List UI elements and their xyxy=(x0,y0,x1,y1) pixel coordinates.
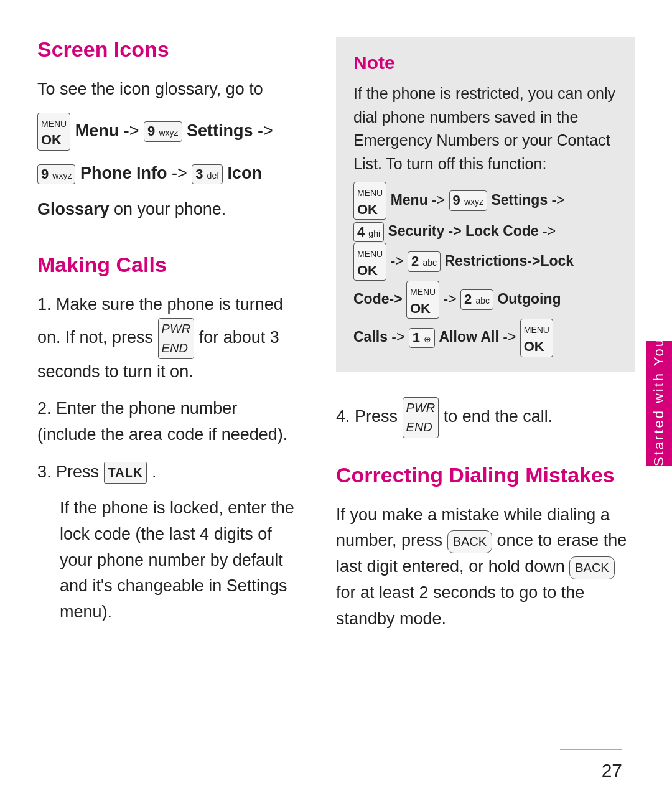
right-column: Note If the phone is restricted, you can… xyxy=(324,37,635,769)
making-calls-title: Making Calls xyxy=(37,253,299,277)
lock-note: If the phone is locked, enter the lock c… xyxy=(60,495,299,626)
note-nav: MENUOK Menu -> 9 wxyz Settings -> 4 ghi … xyxy=(353,182,617,357)
list-item: 3. Press TALK . If the phone is locked, … xyxy=(37,459,299,626)
note-ok-key: MENUOK xyxy=(406,281,439,319)
correcting-section: Correcting Dialing Mistakes If you make … xyxy=(336,463,635,632)
note-settings-key: 9 wxyz xyxy=(449,190,487,211)
screen-icons-nav3: Glossary on your phone. xyxy=(37,197,299,223)
pwr-end-btn-1: PWREND xyxy=(158,318,195,359)
sidebar-tab: Getting Started with Your Phone xyxy=(646,341,672,466)
note-outgoing-key: 2 abc xyxy=(460,289,493,310)
correcting-text: If you make a mistake while dialing a nu… xyxy=(336,502,635,632)
note-title: Note xyxy=(353,52,617,73)
note-final-ok-key: MENUOK xyxy=(520,319,553,357)
sidebar-tab-label: Getting Started with Your Phone xyxy=(651,276,667,529)
icon-key: 3 def xyxy=(192,164,223,185)
note-restrictions-key: 2 abc xyxy=(408,251,441,272)
screen-icons-intro: To see the icon glossary, go to xyxy=(37,77,299,103)
note-menu-key2: MENUOK xyxy=(353,243,386,281)
menu-ok-key-1: MENUOK xyxy=(37,113,70,151)
note-1-key: 1 ⊕ xyxy=(409,328,435,349)
note-text: If the phone is restricted, you can only… xyxy=(353,82,617,176)
back-btn-1: BACK xyxy=(447,530,492,553)
page-container: Screen Icons To see the icon glossary, g… xyxy=(0,0,672,806)
talk-btn: TALK xyxy=(104,462,147,484)
note-box: Note If the phone is restricted, you can… xyxy=(336,37,635,372)
page-divider xyxy=(560,749,622,750)
screen-icons-title: Screen Icons xyxy=(37,37,299,62)
correcting-title: Correcting Dialing Mistakes xyxy=(336,463,635,487)
pwr-end-btn-2: PWREND xyxy=(403,397,439,438)
back-btn-2: BACK xyxy=(569,556,614,579)
list-item: 2. Enter the phone number (include the a… xyxy=(37,396,299,448)
note-security-key: 4 ghi xyxy=(353,222,384,243)
note-menu-key: MENUOK xyxy=(353,182,386,220)
making-calls-list: 1. Make sure the phone is turned on. If … xyxy=(37,292,299,626)
settings-key-1: 9 wxyz xyxy=(144,121,182,142)
list-item: 1. Make sure the phone is turned on. If … xyxy=(37,292,299,385)
making-calls-section: Making Calls 1. Make sure the phone is t… xyxy=(37,253,299,626)
phone-info-key: 9 wxyz xyxy=(37,164,75,185)
screen-icons-nav1: MENUOK Menu -> 9 wxyz Settings -> xyxy=(37,113,299,151)
main-content: Screen Icons To see the icon glossary, g… xyxy=(37,37,635,769)
screen-icons-nav2: 9 wxyz Phone Info -> 3 def Icon xyxy=(37,161,299,187)
left-column: Screen Icons To see the icon glossary, g… xyxy=(37,37,324,769)
press-end-text: 4. Press PWREND to end the call. xyxy=(336,397,635,438)
screen-icons-section: Screen Icons To see the icon glossary, g… xyxy=(37,37,299,223)
page-number: 27 xyxy=(602,760,622,781)
